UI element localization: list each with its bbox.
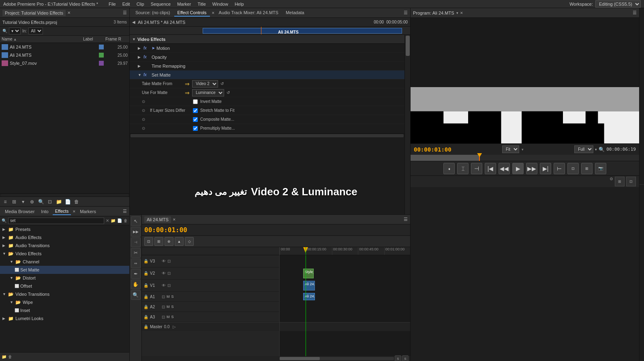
track-sync-icon[interactable]: ⊡ (167, 283, 171, 288)
mark-in-btn[interactable]: ⬧ (443, 163, 455, 174)
effects-tab-close[interactable]: ✕ (73, 209, 76, 214)
menu-clip[interactable]: Clip (137, 2, 144, 6)
ec-scrollbar[interactable] (404, 35, 410, 214)
ec-menu-btn[interactable]: ☰ (404, 10, 408, 15)
ec-premultiply-matte-checkbox[interactable] (193, 126, 198, 131)
lock-icon[interactable]: 🔒 (143, 305, 148, 309)
ec-video-effects-header[interactable]: ▼ Video Effects ↺ (130, 35, 410, 44)
list-view-btn[interactable]: ≡ (2, 198, 9, 205)
take-matte-reset[interactable]: ↺ (220, 81, 224, 86)
filter-btn[interactable]: ⊡ (46, 198, 53, 205)
tree-item-channel[interactable]: ▼ 📂 Channel (0, 258, 129, 266)
lock-icon[interactable]: 🔒 (143, 295, 148, 299)
eye-icon[interactable]: 👁 (162, 271, 166, 276)
clip-style[interactable]: Style_07.mov (303, 269, 314, 278)
track-sync-icon[interactable]: ⊡ (167, 259, 171, 263)
hand-tool-btn[interactable]: ✋ (131, 280, 141, 289)
step-back-frame-btn[interactable]: ⊣ (471, 163, 482, 174)
go-to-out-btn[interactable]: ▶| (540, 163, 551, 174)
tree-item-distort[interactable]: ▼ 📂 Distort (0, 274, 129, 282)
tree-item-video-transitions[interactable]: ▼ 📂 Video Transitions (0, 290, 129, 298)
master-meter-icon[interactable]: ▷ (173, 325, 176, 329)
project-in-dropdown[interactable]: ▾ (9, 28, 21, 34)
search-project-btn[interactable]: 🔍 (37, 198, 45, 205)
lock-icon[interactable]: 🔒 (143, 315, 148, 319)
ec-stretch-matte-checkbox[interactable] (193, 108, 198, 113)
tab-effect-controls[interactable]: Effect Controls (174, 9, 210, 17)
tl-trim-mode-btn[interactable]: S (395, 355, 401, 361)
prog-safe-zones-btn[interactable]: ⊡ (626, 177, 636, 186)
track-select-tool-btn[interactable]: ▶▶ (131, 227, 141, 237)
eye-icon[interactable]: 👁 (162, 259, 166, 263)
add-edit-btn[interactable]: ⊕ (165, 237, 173, 246)
tab-audio-track-mixer[interactable]: Audio Track Mixer: Ali 24.MTS (216, 9, 282, 17)
ec-tab-close[interactable]: ✕ (212, 11, 215, 15)
tab-markers[interactable]: Markers (77, 208, 98, 215)
effects-toolbar-delete[interactable]: 🗑 (124, 218, 128, 223)
insert-btn[interactable]: ⊡ (567, 163, 579, 174)
track-solo-btn[interactable]: S (171, 305, 174, 309)
horizontal-scrollbar[interactable] (1, 194, 128, 197)
timeline-close-btn[interactable]: ✕ (173, 218, 176, 222)
program-dropdown-icon[interactable]: ▾ (456, 11, 458, 15)
project-item[interactable]: Ali 24.MTS 25.00 (0, 43, 129, 51)
project-close-btn[interactable]: ✕ (67, 11, 71, 15)
zoom-tool-btn[interactable]: 🔍 (131, 290, 141, 300)
timeline-tab[interactable]: Ali 24.MTS (144, 216, 171, 223)
ec-take-matte-dropdown[interactable]: Video 2 (192, 80, 218, 88)
ec-hscrollbar[interactable] (130, 133, 404, 138)
linked-selection-btn[interactable]: ⊞ (154, 237, 163, 246)
slip-tool-btn[interactable]: ⇔ (131, 258, 141, 268)
clip-ali-mts-a[interactable]: Ali 24.MTS [A] (303, 293, 315, 300)
effects-toolbar-new-bin[interactable]: 📁 (111, 218, 116, 223)
menu-window[interactable]: Window (212, 2, 228, 6)
step-forward-frame-btn[interactable]: ⊢ (554, 163, 565, 174)
lock-icon[interactable]: 🔒 (143, 259, 148, 263)
tree-item-audio-transitions[interactable]: ▶ 📁 Audio Transitions (0, 241, 129, 250)
go-to-in-btn[interactable]: |◀ (485, 163, 496, 174)
delete-effect-btn[interactable]: 🗑 (8, 355, 12, 359)
use-matte-reset[interactable]: ↺ (227, 90, 230, 95)
new-bin-btn[interactable]: 📁 (55, 198, 62, 205)
razor-tool-btn[interactable]: ✂ (131, 248, 141, 258)
step-back-btn[interactable]: ◀◀ (499, 163, 510, 174)
tl-end-btn[interactable]: S (402, 355, 409, 361)
menu-file[interactable]: File (109, 2, 116, 6)
program-menu-btn[interactable]: ☰ (633, 10, 637, 15)
lock-icon[interactable]: 🔒 (143, 271, 148, 276)
delete-btn[interactable]: 🗑 (73, 198, 80, 205)
overwrite-btn[interactable]: ⊞ (581, 163, 593, 174)
tab-metadata[interactable]: Metadata (282, 9, 308, 17)
ec-composite-matte-checkbox[interactable] (193, 117, 198, 122)
track-solo-btn[interactable]: S (171, 295, 174, 299)
pen-tool-btn[interactable]: ✒ (131, 269, 141, 279)
play-btn[interactable]: ▶ (512, 163, 524, 174)
project-item[interactable]: Ali 24.MTS 25.00 (0, 51, 129, 59)
tree-item-set-matte[interactable]: ⬜ Set Matte (0, 266, 129, 274)
tab-info[interactable]: Into (39, 208, 51, 215)
clip-ali-mts-v[interactable]: Ali 24.MTS [V] (303, 281, 315, 291)
ec-use-matte-dropdown[interactable]: Luminance (192, 89, 224, 96)
tree-item-inset[interactable]: ⬜ Inset (0, 306, 129, 314)
new-item-btn[interactable]: 📄 (64, 198, 71, 205)
lock-icon[interactable]: 🔒 (143, 283, 148, 288)
effects-search-input[interactable] (8, 218, 104, 224)
track-sync-icon[interactable]: ⊡ (162, 315, 165, 319)
icon-view-btn[interactable]: ⊞ (11, 198, 18, 205)
effects-menu-btn[interactable]: ☰ (123, 209, 127, 214)
effects-search-clear[interactable]: ✕ (106, 218, 109, 223)
track-sync-icon[interactable]: ⊡ (162, 305, 165, 309)
prog-zoom-icon[interactable]: 🔍 (599, 147, 605, 152)
track-sync-icon[interactable]: ⊡ (162, 295, 165, 299)
lift-btn[interactable]: ▲ (175, 237, 184, 246)
ripple-edit-tool-btn[interactable]: ⊣ (131, 237, 141, 247)
extract-btn[interactable]: ◇ (185, 237, 194, 246)
mark-out-btn[interactable]: ⌶ (457, 163, 469, 174)
eye-icon[interactable]: 👁 (162, 283, 166, 288)
tab-effects[interactable]: Effects (53, 208, 71, 215)
select-tool-btn[interactable]: ↖ (131, 216, 141, 226)
settings-icon[interactable]: ⚙ (610, 177, 613, 186)
tree-item-presets[interactable]: ▶ 📁 Presets (0, 225, 129, 233)
project-menu-btn[interactable]: ☰ (123, 10, 127, 15)
menu-edit[interactable]: Edit (122, 2, 130, 6)
